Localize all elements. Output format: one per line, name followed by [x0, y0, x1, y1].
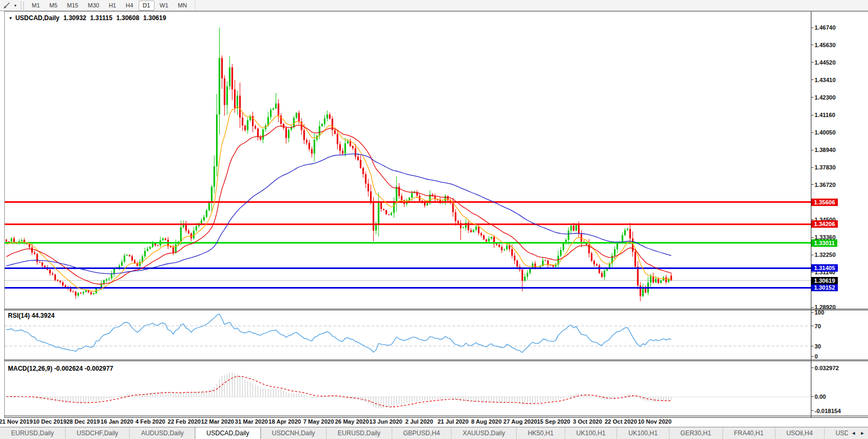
price-tick-label: 1.41160: [815, 112, 835, 118]
timeframe-button-M5[interactable]: M5: [45, 1, 61, 11]
rsi-tick-label: 0: [815, 353, 818, 360]
date-label: 26 May 2020: [335, 418, 369, 425]
date-label: 21 Nov 2019: [0, 418, 33, 425]
chart-tab[interactable]: HK50,H1: [516, 427, 565, 439]
tab-scroll-arrows: ◄ ►: [848, 427, 868, 439]
tab-scroll-left-icon[interactable]: ◄: [851, 431, 856, 436]
timeframe-button-D1[interactable]: D1: [139, 1, 155, 11]
price-level-badge: 1.34206: [811, 220, 838, 228]
ohlc-close: 1.30619: [143, 14, 166, 22]
date-label: 3 Oct 2020: [573, 418, 602, 425]
timeframe-button-H4[interactable]: H4: [121, 1, 137, 11]
chart-tab[interactable]: USDCNH,Daily: [261, 427, 326, 439]
ohlc-open: 1.30932: [64, 14, 86, 22]
macd-label: MACD(12,26,9) -0.002624 -0.002977: [8, 365, 113, 372]
chevron-down-icon[interactable]: ▼: [12, 4, 19, 7]
price-tick-label: 1.44520: [815, 59, 836, 66]
chart-tab[interactable]: USDCHF,Daily: [65, 427, 130, 439]
price-level-badge: 1.31405: [811, 264, 838, 272]
current-price-badge: 1.30619: [811, 277, 838, 284]
timeframe-button-M30[interactable]: M30: [84, 1, 103, 11]
price-level-badge: 1.35606: [811, 199, 838, 206]
chart-tab[interactable]: FRA40,H1: [722, 427, 775, 439]
timeframe-button-W1[interactable]: W1: [156, 1, 173, 11]
symbol-label: USDCAD,Daily: [15, 14, 59, 22]
price-level-badge: 1.30152: [811, 284, 838, 291]
macd-tick-label: 0.00: [815, 393, 826, 400]
rsi-tick-label: 30: [815, 343, 821, 350]
mt4-terminal: { "toolbar": { "timeframes": ["M1","M5",…: [0, 0, 868, 439]
toolbar-grip[interactable]: [21, 2, 24, 10]
chart-tab[interactable]: XAUUSD,Daily: [451, 427, 516, 439]
ohlc-low: 1.30608: [116, 14, 139, 22]
date-label: 12 Mar 2020: [201, 418, 234, 425]
timeframe-button-M15[interactable]: M15: [63, 1, 83, 11]
chart-tab[interactable]: EURUSD,Daily: [326, 427, 392, 439]
rsi-label: RSI(14) 44.3924: [8, 312, 55, 319]
date-label: 2 Jul 2020: [405, 418, 433, 425]
ohlc-high: 1.31115: [90, 14, 112, 22]
macd-tick-label: 0.032972: [815, 365, 839, 371]
chart-tab[interactable]: EURUSD,Daily: [0, 427, 65, 439]
chart-tab[interactable]: UK100,H1: [565, 427, 617, 439]
price-tick-label: 1.46740: [815, 24, 836, 31]
price-tick-label: 1.42300: [815, 94, 836, 101]
macd-tick-label: -0.018154: [815, 408, 841, 414]
chart-tab[interactable]: USOil,H4: [775, 427, 824, 439]
price-level-badge: 1.33011: [811, 239, 837, 247]
date-label: 16 Jan 2020: [101, 418, 133, 425]
chart-tab[interactable]: GBPUSD,H4: [392, 427, 451, 439]
chart-tab-active[interactable]: USDCAD,Daily: [195, 427, 261, 439]
chart-canvas[interactable]: [4, 11, 868, 418]
line-studies-icon[interactable]: [2, 1, 12, 10]
symbol-marker-icon: ▼: [8, 16, 13, 21]
price-tick-label: 1.38940: [815, 147, 836, 153]
date-label: 18 Apr 2020: [268, 418, 301, 425]
price-tick-label: 1.36720: [815, 182, 836, 188]
date-label: 22 Oct 2020: [604, 418, 637, 425]
chart-tab[interactable]: UK100,H1: [617, 427, 668, 439]
date-label: 27 Aug 2020: [503, 418, 537, 425]
date-label: 15 Sep 2020: [537, 418, 571, 425]
chart-title: ▼USDCAD,Daily 1.30932 1.31115 1.30608 1.…: [8, 14, 168, 22]
tab-scroll-right-icon[interactable]: ►: [860, 431, 865, 436]
rsi-tick-label: 70: [815, 323, 821, 329]
rsi-tick-label: 100: [815, 309, 824, 316]
chart-tab[interactable]: AUDUSD,Daily: [129, 427, 195, 439]
date-label: 28 Dec 2019: [67, 418, 100, 425]
price-tick-label: 1.32250: [815, 252, 836, 258]
timeframe-button-MN[interactable]: MN: [174, 1, 191, 11]
chart-tab-bar: EURUSD,DailyUSDCHF,DailyAUDUSD,DailyUSDC…: [0, 427, 868, 439]
timeframe-button-H1[interactable]: H1: [104, 1, 120, 11]
date-label: 10 Nov 2020: [638, 418, 672, 425]
date-label: 22 Feb 2020: [168, 418, 201, 425]
price-tick-label: 1.40050: [815, 129, 836, 136]
date-label: 31 Mar 2020: [235, 418, 268, 425]
price-tick-label: 1.37830: [815, 164, 836, 171]
date-label: 13 Jun 2020: [369, 418, 402, 425]
date-label: 7 May 2020: [303, 418, 334, 425]
price-tick-label: 1.45630: [815, 42, 836, 48]
date-label: 8 Aug 2020: [471, 418, 502, 425]
timeframe-button-M1[interactable]: M1: [28, 1, 44, 11]
toolbar-separator: [195, 1, 195, 10]
date-label: 4 Feb 2020: [135, 418, 165, 425]
date-label: 21 Jul 2020: [438, 418, 469, 425]
date-label: 10 Dec 2019: [33, 418, 67, 425]
timeframe-toolbar: ▼ M1M5M15M30H1H4D1W1MN: [0, 0, 868, 11]
price-tick-label: 1.43410: [815, 77, 836, 83]
chart-tab[interactable]: GER30,H1: [669, 427, 722, 439]
timeframe-buttons: M1M5M15M30H1H4D1W1MN: [27, 1, 192, 11]
